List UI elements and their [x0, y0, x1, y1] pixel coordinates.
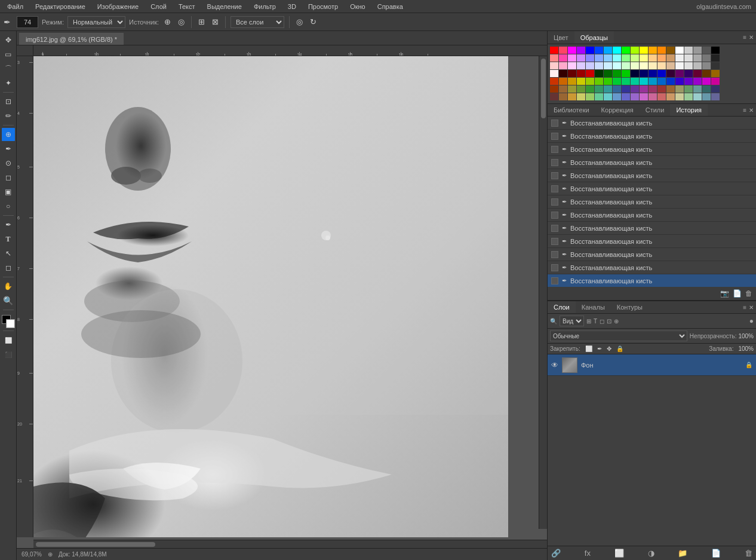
tab-styles[interactable]: Стили — [640, 104, 671, 116]
swatch[interactable] — [604, 47, 612, 54]
swatch[interactable] — [649, 47, 657, 54]
layers-fx-btn[interactable]: fx — [585, 549, 591, 558]
tool-zoom[interactable]: 🔍 — [2, 294, 15, 307]
history-checkbox-4[interactable] — [551, 159, 558, 166]
swatch[interactable] — [649, 54, 657, 62]
swatch[interactable] — [657, 47, 666, 54]
tab-color[interactable]: Цвет — [548, 31, 574, 44]
tool-colors[interactable] — [2, 315, 15, 328]
scroll-thumb-h[interactable] — [36, 542, 155, 547]
tool-hand[interactable]: ✋ — [2, 280, 15, 293]
swatch[interactable] — [666, 85, 675, 93]
swatch[interactable] — [595, 78, 603, 85]
swatch[interactable] — [657, 54, 666, 62]
scroll-thumb-v[interactable] — [541, 59, 546, 118]
swatch[interactable] — [649, 78, 657, 85]
tab-channels[interactable]: Каналы — [576, 301, 611, 313]
history-checkbox-6[interactable] — [551, 185, 558, 192]
swatch[interactable] — [613, 93, 621, 100]
swatch[interactable] — [675, 70, 684, 77]
history-item-13[interactable]: ✒ Восстанавливающая кисть — [548, 274, 756, 287]
align-btn[interactable]: ⊞ — [196, 16, 207, 27]
rotate-btn[interactable]: ↻ — [308, 16, 318, 27]
layers-filter-btn-1[interactable]: ⊞ — [586, 318, 591, 325]
swatch[interactable] — [604, 78, 612, 85]
swatch[interactable] — [693, 70, 702, 77]
tab-correction[interactable]: Коррекция — [595, 104, 640, 116]
swatch[interactable] — [631, 93, 639, 100]
history-checkbox-8[interactable] — [551, 212, 558, 219]
swatch[interactable] — [595, 54, 603, 62]
menu-image[interactable]: Изображение — [95, 2, 141, 11]
swatch[interactable] — [702, 47, 711, 54]
swatch[interactable] — [559, 47, 567, 54]
swatch[interactable] — [640, 62, 648, 69]
swatch[interactable] — [702, 85, 711, 93]
tool-healing-brush[interactable]: ⊕ — [2, 128, 15, 141]
swatch[interactable] — [622, 54, 630, 62]
history-checkbox-11[interactable] — [551, 251, 558, 258]
history-item-7[interactable]: ✒ Восстанавливающая кисть — [548, 195, 756, 209]
layers-panel-menu-btn[interactable]: ≡ — [743, 304, 746, 311]
swatch[interactable] — [604, 93, 612, 100]
tool-gradient[interactable]: ▣ — [2, 185, 15, 198]
swatch[interactable] — [711, 70, 720, 77]
swatch[interactable] — [550, 54, 558, 62]
swatch[interactable] — [550, 85, 558, 93]
tool-eraser[interactable]: ◻ — [2, 171, 15, 184]
swatch[interactable] — [577, 85, 585, 93]
swatch[interactable] — [559, 70, 567, 77]
swatch[interactable] — [559, 78, 567, 85]
swatch[interactable] — [613, 47, 621, 54]
swatch[interactable] — [657, 62, 666, 69]
swatch[interactable] — [586, 47, 594, 54]
tool-mask-mode[interactable]: ⬜ — [2, 333, 15, 347]
tab-history[interactable]: История — [670, 104, 708, 116]
layer-visibility-icon[interactable]: 👁 — [551, 361, 558, 369]
swatch[interactable] — [711, 47, 720, 54]
swatch[interactable] — [675, 93, 684, 100]
swatch[interactable] — [640, 78, 648, 85]
swatch[interactable] — [640, 85, 648, 93]
menu-help[interactable]: Справка — [375, 2, 405, 11]
document-tab[interactable]: img612.jpg @ 69,1% (RGB/8) * — [19, 33, 124, 45]
swatch[interactable] — [693, 47, 702, 54]
swatch[interactable] — [595, 85, 603, 93]
swatch[interactable] — [586, 78, 594, 85]
swatch[interactable] — [711, 54, 720, 62]
tool-dodge[interactable]: ○ — [2, 200, 15, 213]
panel-close-btn[interactable]: ✕ — [749, 34, 754, 41]
swatch[interactable] — [622, 47, 630, 54]
tab-swatches[interactable]: Образцы — [574, 31, 614, 44]
tool-move[interactable]: ✥ — [2, 33, 15, 47]
source-btn-2[interactable]: ◎ — [176, 16, 186, 27]
swatch[interactable] — [631, 54, 639, 62]
history-item-8[interactable]: ✒ Восстанавливающая кисть — [548, 209, 756, 222]
swatch[interactable] — [559, 62, 567, 69]
swatch[interactable] — [684, 62, 693, 69]
swatch[interactable] — [568, 93, 576, 100]
menu-view[interactable]: Просмотр — [306, 2, 340, 11]
tab-libraries[interactable]: Библиотеки — [548, 104, 595, 116]
layers-delete-btn[interactable]: 🗑 — [745, 549, 752, 558]
history-item-11[interactable]: ✒ Восстанавливающая кисть — [548, 248, 756, 261]
swatch[interactable] — [702, 54, 711, 62]
swatch[interactable] — [622, 70, 630, 77]
swatch[interactable] — [711, 93, 720, 100]
swatch[interactable] — [666, 54, 675, 62]
swatch[interactable] — [550, 70, 558, 77]
swatch[interactable] — [675, 54, 684, 62]
swatch[interactable] — [702, 70, 711, 77]
swatch[interactable] — [675, 47, 684, 54]
history-checkbox-5[interactable] — [551, 172, 558, 179]
history-item-12[interactable]: ✒ Восстанавливающая кисть — [548, 261, 756, 274]
layers-filter-btn-3[interactable]: ◻ — [600, 318, 604, 325]
swatch[interactable] — [586, 93, 594, 100]
swatch[interactable] — [613, 85, 621, 93]
swatch[interactable] — [666, 78, 675, 85]
swatch[interactable] — [631, 85, 639, 93]
swatch[interactable] — [613, 78, 621, 85]
swatch[interactable] — [702, 93, 711, 100]
swatch[interactable] — [631, 70, 639, 77]
history-checkbox-9[interactable] — [551, 225, 558, 232]
